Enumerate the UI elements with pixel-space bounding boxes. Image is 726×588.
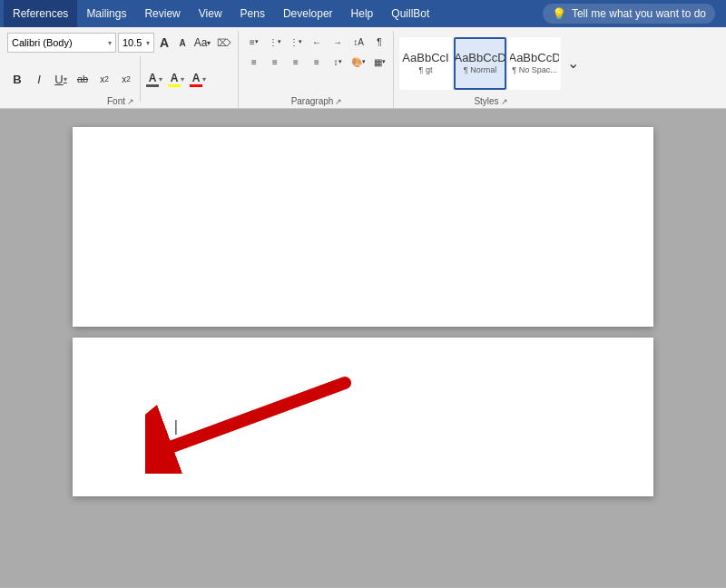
highlight-dropdown-icon: ▾ [181,75,184,83]
lightbulb-icon: 💡 [552,7,566,21]
font-color-label: A [149,72,157,84]
style-preview-gt: AaBbCcI [402,52,448,64]
menu-item-developer[interactable]: Developer [274,0,342,27]
font-name-dropdown-icon: ▾ [108,39,112,47]
style-item-gt[interactable]: AaBbCcI ¶ gt [399,37,452,90]
font-format-row: B I U▾ ab x2 x2 A ▾ [7,56,234,102]
italic-button[interactable]: I [29,69,49,89]
style-item-nospace[interactable]: AaBbCcD ¶ No Spac... [508,37,561,90]
subscript-button[interactable]: x2 [94,69,114,89]
increase-indent-button[interactable]: → [328,33,348,51]
numbering-button[interactable]: ⋮▾ [265,33,285,51]
style-label-nospace: ¶ No Spac... [512,65,556,74]
ribbon-toolbar: Calibri (Body) ▾ 10.5 ▾ A A Aa▾ ⌦ B I [0,27,726,109]
decrease-indent-button[interactable]: ← [307,33,327,51]
style-preview-normal: AaBbCcD [454,52,505,64]
change-case-button[interactable]: Aa▾ [192,33,212,53]
strikethrough-button[interactable]: ab [73,69,93,89]
paragraph-expand-icon[interactable]: ↗ [335,97,342,106]
menu-item-pens[interactable]: Pens [231,0,274,27]
para-row-2: ≡ ≡ ≡ ≡ ↕▾ 🎨▾ ▦▾ [244,53,389,71]
menu-item-help[interactable]: Help [342,0,383,27]
style-item-normal[interactable]: AaBbCcD ¶ Normal [454,37,506,90]
underline-button[interactable]: U▾ [51,69,71,89]
font-size-value: 10.5 [123,37,142,48]
paragraph-group-label: Paragraph ↗ [240,96,393,106]
style-label-normal: ¶ Normal [464,65,496,74]
separator-1 [140,56,141,102]
page-bottom[interactable]: | [73,338,653,496]
show-marks-button[interactable]: ¶ [369,33,389,51]
shading-button[interactable]: 🎨▾ [348,53,368,71]
font-size-dropdown-icon: ▾ [146,39,150,47]
menu-item-view[interactable]: View [190,0,231,27]
font-name-selector[interactable]: Calibri (Body) ▾ [7,33,116,53]
font-increase-button[interactable]: A [156,34,172,51]
editor-area: | [0,109,726,587]
font-name-value: Calibri (Body) [12,37,73,48]
menu-item-references[interactable]: References [4,0,77,27]
styles-label-text: Styles [474,96,498,106]
borders-button[interactable]: ▦▾ [369,53,389,71]
menu-item-mailings[interactable]: Mailings [77,0,135,27]
align-justify-button[interactable]: ≡ [307,53,327,71]
highlight-label: A [171,72,179,84]
font-name-row: Calibri (Body) ▾ 10.5 ▾ A A Aa▾ ⌦ [7,33,234,53]
styles-expand-icon[interactable]: ↗ [501,97,508,106]
sort-button[interactable]: ↕A [348,33,368,51]
style-preview-nospace: AaBbCcD [508,52,560,64]
tell-me-bar[interactable]: 💡 Tell me what you want to do [543,4,715,24]
bold-button[interactable]: B [7,69,27,89]
svg-line-1 [172,383,345,446]
align-left-button[interactable]: ≡ [244,53,264,71]
font-color-dropdown-icon: ▾ [159,75,162,83]
text-color-bar [190,84,202,87]
styles-group-label: Styles ↗ [396,96,586,106]
tell-me-text: Tell me what you want to do [572,7,706,20]
cursor-symbol: | [174,418,178,435]
align-center-button[interactable]: ≡ [265,53,285,71]
menu-item-quillbot[interactable]: QuillBot [382,0,438,27]
font-text-color-button[interactable]: A ▾ [188,69,208,89]
styles-scroll-button[interactable]: ⌄ [563,54,583,74]
para-row-1: ≡▾ ⋮▾ ⋮▾ ← → ↕A ¶ [244,33,389,51]
menu-bar: References Mailings Review View Pens Dev… [0,0,726,27]
font-color-bar [146,84,159,87]
clear-format-button[interactable]: ⌦ [214,33,234,53]
highlight-button[interactable]: A ▾ [166,69,186,89]
bullets-button[interactable]: ≡▾ [244,33,264,51]
text-color-dropdown-icon: ▾ [202,75,206,83]
page-top [73,127,653,327]
font-group: Calibri (Body) ▾ 10.5 ▾ A A Aa▾ ⌦ B I [4,31,239,108]
align-right-button[interactable]: ≡ [286,53,306,71]
font-decrease-button[interactable]: A [174,34,191,51]
menu-item-review[interactable]: Review [135,0,189,27]
paragraph-group: ≡▾ ⋮▾ ⋮▾ ← → ↕A ¶ ≡ ≡ ≡ ≡ ↕▾ 🎨▾ ▦▾ [240,31,394,108]
text-cursor: | [171,418,182,435]
superscript-button[interactable]: x2 [116,69,136,89]
styles-group: AaBbCcI ¶ gt AaBbCcD ¶ Normal AaBbCcD ¶ … [396,31,586,108]
multilevel-button[interactable]: ⋮▾ [286,33,306,51]
style-label-gt: ¶ gt [419,65,433,74]
line-spacing-button[interactable]: ↕▾ [328,53,348,71]
ribbon-container: References Mailings Review View Pens Dev… [0,0,726,109]
font-expand-icon[interactable]: ↗ [127,97,134,106]
text-color-label: A [192,72,201,84]
highlight-bar [168,84,181,87]
font-group-label: Font ↗ [4,96,238,106]
font-color-button[interactable]: A ▾ [144,69,164,89]
font-size-selector[interactable]: 10.5 ▾ [118,33,154,53]
